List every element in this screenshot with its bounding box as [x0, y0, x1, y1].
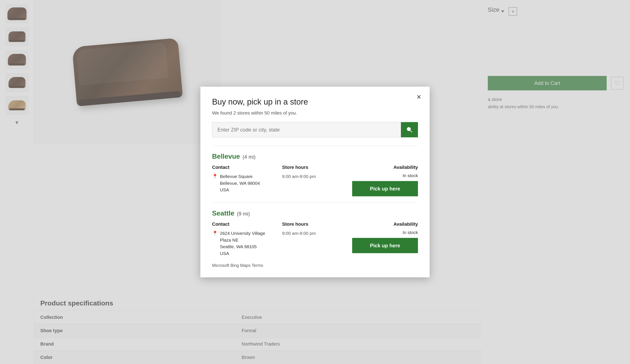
hours-header-seattle: Store hours [282, 221, 348, 227]
contact-col-seattle: Contact 📍 2624 University Village Plaza … [212, 221, 278, 257]
contact-header-bellevue: Contact [212, 165, 278, 170]
address-bellevue: Bellevue Square Bellevue, WA 98004 USA [220, 173, 260, 193]
bing-maps-link[interactable]: Microsoft Bing Maps Terms [212, 263, 263, 268]
store-name-bellevue: Bellevue [212, 152, 240, 160]
zip-search-input[interactable] [212, 122, 401, 137]
search-icon [406, 127, 413, 133]
hours-col-seattle: Store hours 9:00 am-9:00 pm [282, 221, 348, 237]
pin-icon-seattle: 📍 [212, 231, 218, 236]
store-info-grid-seattle: Contact 📍 2624 University Village Plaza … [212, 221, 418, 257]
availability-col-seattle: Availability In stock Pick up here [352, 221, 418, 253]
hours-header-bellevue: Store hours [282, 165, 348, 170]
store-distance-seattle: (9 mi) [237, 211, 250, 217]
bing-maps-terms: Microsoft Bing Maps Terms [212, 263, 418, 268]
hours-seattle: 9:00 am-9:00 pm [282, 230, 348, 237]
availability-header-bellevue: Availability [394, 165, 418, 170]
store-info-grid-bellevue: Contact 📍 Bellevue Square Bellevue, WA 9… [212, 165, 418, 196]
contact-address-seattle: 📍 2624 University Village Plaza NE Seatt… [212, 230, 278, 257]
search-row [212, 122, 418, 137]
store-block-seattle: Seattle (9 mi) Contact 📍 2624 University… [212, 209, 418, 257]
store-name-row-seattle: Seattle (9 mi) [212, 209, 418, 217]
store-distance-bellevue: (4 mi) [242, 154, 256, 160]
contact-address-bellevue: 📍 Bellevue Square Bellevue, WA 98004 USA [212, 173, 278, 193]
store-name-row-bellevue: Bellevue (4 mi) [212, 152, 418, 160]
store-block-bellevue: Bellevue (4 mi) Contact 📍 Bellevue Squar… [212, 152, 418, 196]
availability-header-seattle: Availability [394, 221, 418, 227]
pickup-button-bellevue[interactable]: Pick up here [352, 181, 418, 196]
svg-line-1 [410, 130, 412, 132]
store-name-seattle: Seattle [212, 209, 234, 217]
hours-col-bellevue: Store hours 9:00 am-9:00 pm [282, 165, 348, 180]
modal-title: Buy now, pick up in a store [212, 97, 418, 106]
modal-close-button[interactable]: × [417, 93, 421, 101]
divider-1 [212, 146, 418, 146]
search-button[interactable] [401, 122, 418, 137]
hours-bellevue: 9:00 am-9:00 pm [282, 173, 348, 180]
address-seattle: 2624 University Village Plaza NE Seattle… [220, 230, 265, 257]
store-pickup-modal: Buy now, pick up in a store We found 2 s… [200, 87, 430, 278]
contact-col-bellevue: Contact 📍 Bellevue Square Bellevue, WA 9… [212, 165, 278, 193]
modal-subtitle: We found 2 stores within 50 miles of you… [212, 110, 418, 116]
availability-status-seattle: In stock [403, 230, 418, 235]
pin-icon-bellevue: 📍 [212, 174, 218, 179]
availability-col-bellevue: Availability In stock Pick up here [352, 165, 418, 196]
pickup-button-seattle[interactable]: Pick up here [352, 238, 418, 253]
availability-status-bellevue: In stock [403, 173, 418, 178]
divider-2 [212, 203, 418, 203]
contact-header-seattle: Contact [212, 221, 278, 227]
